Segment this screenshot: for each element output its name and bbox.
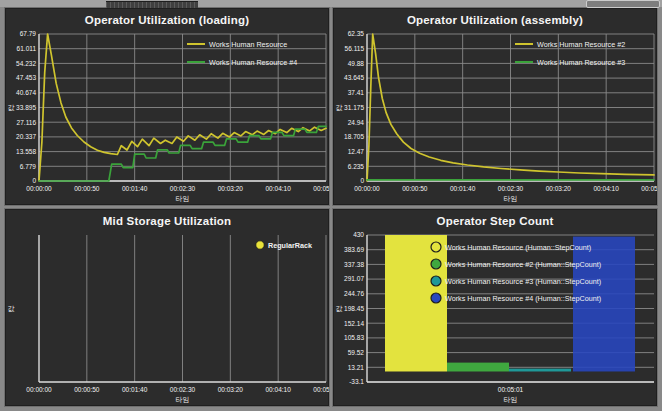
svg-text:00:03:20: 00:03:20 [546, 185, 572, 192]
panel-mid-storage-utilization: Mid Storage Utilization 00:00:0000:00:50… [4, 208, 330, 407]
svg-text:105.83: 105.83 [344, 334, 364, 341]
svg-text:00:02:30: 00:02:30 [170, 185, 196, 192]
svg-text:20.337: 20.337 [16, 133, 36, 140]
svg-text:00:01:40: 00:01:40 [122, 185, 148, 192]
svg-text:430: 430 [353, 231, 364, 238]
svg-text:54.232: 54.232 [16, 60, 36, 67]
window-tab[interactable] [106, 1, 198, 8]
svg-text:00:00:00: 00:00:00 [354, 185, 380, 192]
svg-text:Works Human Resource #4 (Human: Works Human Resource #4 (Human::StepCoun… [445, 294, 601, 303]
svg-text:00:02:30: 00:02:30 [498, 185, 524, 192]
panel-operator-utilization-assembly: Operator Utilization (assembly) 06.23512… [332, 7, 658, 206]
svg-text:00:05:01: 00:05:01 [498, 386, 524, 393]
svg-text:31.175: 31.175 [344, 104, 364, 111]
svg-text:27.116: 27.116 [17, 119, 37, 126]
chart-title-loading: Operator Utilization (loading) [5, 8, 329, 29]
svg-text:00:01:40: 00:01:40 [122, 386, 148, 393]
svg-text:0: 0 [360, 177, 364, 184]
chart-title-step-count: Operator Step Count [333, 209, 657, 230]
svg-text:타임: 타임 [504, 396, 518, 403]
dashboard-grid: Operator Utilization (loading) 06.77913.… [0, 7, 662, 411]
svg-text:00:04:10: 00:04:10 [594, 185, 620, 192]
svg-text:타임: 타임 [504, 195, 518, 202]
svg-text:61.011: 61.011 [17, 45, 37, 52]
svg-text:00:00:00: 00:00:00 [26, 386, 52, 393]
svg-text:00:03:20: 00:03:20 [218, 185, 244, 192]
svg-text:00:05:00: 00:05:00 [641, 185, 657, 192]
svg-text:타임: 타임 [176, 195, 190, 202]
operator-utilization-loading-chart[interactable]: 06.77913.55820.33727.11633.89540.67447.4… [5, 29, 329, 204]
svg-text:40.674: 40.674 [16, 89, 36, 96]
svg-text:13.21: 13.21 [348, 364, 365, 371]
svg-text:33.895: 33.895 [16, 104, 36, 111]
svg-text:00:01:40: 00:01:40 [450, 185, 476, 192]
svg-text:00:05:00: 00:05:00 [313, 185, 329, 192]
svg-text:49.88: 49.88 [348, 60, 365, 67]
svg-text:13.558: 13.558 [16, 148, 36, 155]
svg-text:00:04:10: 00:04:10 [266, 185, 292, 192]
svg-text:67.79: 67.79 [20, 30, 37, 37]
svg-text:00:00:50: 00:00:50 [74, 386, 100, 393]
svg-text:152.14: 152.14 [344, 320, 364, 327]
chart-title-assembly: Operator Utilization (assembly) [333, 8, 657, 29]
svg-text:24.94: 24.94 [348, 119, 365, 126]
chart-title-mid-storage: Mid Storage Utilization [5, 209, 329, 230]
operator-utilization-assembly-chart[interactable]: 06.23512.4718.70524.9431.17537.4143.6454… [333, 29, 657, 204]
svg-text:Works Human Resource #2: Works Human Resource #2 [537, 40, 625, 49]
svg-text:00:05:00: 00:05:00 [313, 386, 329, 393]
svg-text:값: 값 [8, 104, 15, 111]
svg-text:Works Human Resource: Works Human Resource [209, 40, 287, 49]
mid-storage-utilization-chart[interactable]: 00:00:0000:00:5000:01:4000:02:3000:03:20… [5, 230, 329, 405]
svg-text:244.76: 244.76 [344, 290, 364, 297]
operator-step-count-chart[interactable]: -33.113.2159.52105.83152.14198.45244.762… [333, 230, 657, 405]
svg-text:6.235: 6.235 [348, 163, 365, 170]
svg-text:Works Human Resource #2 (Human: Works Human Resource #2 (Human::StepCoun… [445, 260, 601, 269]
svg-text:62.35: 62.35 [348, 30, 365, 37]
svg-text:타임: 타임 [176, 396, 190, 403]
svg-text:Works Human Resource #3: Works Human Resource #3 [537, 58, 625, 67]
svg-text:값: 값 [336, 104, 343, 111]
svg-text:337.38: 337.38 [344, 261, 364, 268]
svg-text:12.47: 12.47 [348, 148, 365, 155]
svg-text:값: 값 [336, 305, 343, 312]
svg-text:00:02:30: 00:02:30 [170, 386, 196, 393]
window-top-strip [0, 0, 662, 7]
svg-text:Works Human Resource (Human::S: Works Human Resource (Human::StepCount) [445, 243, 591, 252]
svg-text:값: 값 [8, 305, 15, 312]
svg-text:00:00:50: 00:00:50 [74, 185, 100, 192]
svg-text:6.779: 6.779 [20, 163, 37, 170]
svg-text:383.69: 383.69 [344, 246, 364, 253]
svg-text:47.453: 47.453 [16, 74, 36, 81]
svg-text:RegularRack: RegularRack [268, 241, 312, 250]
svg-text:56.115: 56.115 [345, 45, 365, 52]
svg-text:0: 0 [32, 177, 36, 184]
svg-text:00:00:00: 00:00:00 [26, 185, 52, 192]
svg-text:Works Human Resource #3 (Human: Works Human Resource #3 (Human::StepCoun… [445, 277, 601, 286]
svg-text:00:04:10: 00:04:10 [266, 386, 292, 393]
svg-text:Works Human Resource #4: Works Human Resource #4 [209, 58, 297, 67]
svg-text:-33.1: -33.1 [349, 378, 364, 385]
panel-operator-utilization-loading: Operator Utilization (loading) 06.77913.… [4, 7, 330, 206]
svg-text:43.645: 43.645 [344, 74, 364, 81]
window-top-right-button[interactable] [586, 0, 660, 8]
svg-text:00:00:50: 00:00:50 [402, 185, 428, 192]
svg-text:37.41: 37.41 [348, 89, 365, 96]
svg-text:00:03:20: 00:03:20 [218, 386, 244, 393]
svg-text:291.07: 291.07 [344, 275, 364, 282]
svg-text:198.45: 198.45 [344, 305, 364, 312]
panel-operator-step-count: Operator Step Count -33.113.2159.52105.8… [332, 208, 658, 407]
svg-text:59.52: 59.52 [348, 349, 365, 356]
svg-text:18.705: 18.705 [344, 133, 364, 140]
